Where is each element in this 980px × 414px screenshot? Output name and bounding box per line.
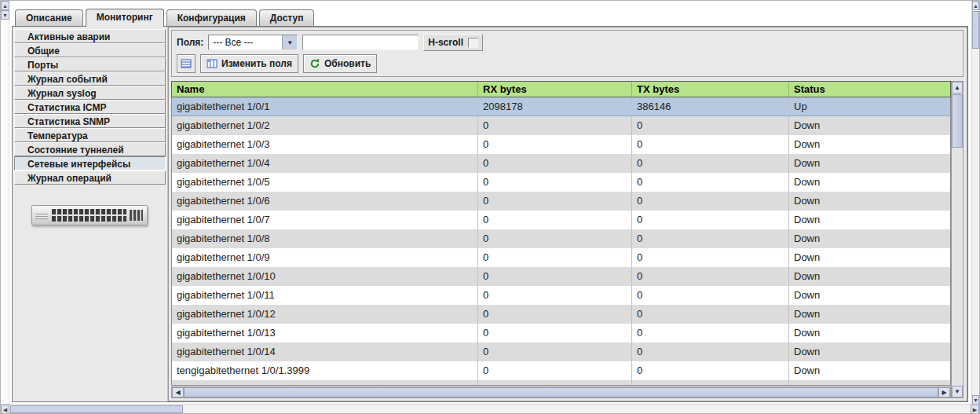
table-cell: 0 bbox=[478, 305, 632, 324]
table-row[interactable]: gigabitethernet 1/0/1500Down bbox=[172, 380, 950, 386]
scroll-up-icon[interactable]: ▲ bbox=[1, 1, 9, 10]
scroll-up-icon[interactable]: ▲ bbox=[952, 82, 963, 93]
table-row[interactable]: gigabitethernet 1/0/700Down bbox=[172, 211, 950, 229]
table-cell: 0 bbox=[632, 361, 789, 380]
toggle-view-button[interactable] bbox=[177, 54, 196, 73]
table-cell: gigabitethernet 1/0/1 bbox=[172, 97, 478, 115]
scrollbar-thumb[interactable] bbox=[952, 94, 963, 148]
scrollbar-thumb[interactable] bbox=[10, 405, 183, 413]
scroll-right-icon[interactable]: ▶ bbox=[938, 387, 950, 398]
column-header[interactable]: Name bbox=[172, 82, 478, 97]
table-row[interactable]: gigabitethernet 1/0/800Down bbox=[172, 229, 950, 248]
refresh-label: Обновить bbox=[324, 58, 371, 69]
table-row[interactable]: gigabitethernet 1/0/500Down bbox=[172, 173, 950, 192]
table-cell: gigabitethernet 1/0/15 bbox=[172, 380, 478, 386]
hscroll-option-group: H-scroll bbox=[423, 34, 483, 51]
table-cell: Down bbox=[789, 324, 950, 343]
scroll-down-icon[interactable]: ▼ bbox=[1, 10, 9, 20]
table-cell: Down bbox=[789, 173, 950, 192]
sidebar-item[interactable]: Статистика SNMP bbox=[14, 114, 166, 128]
table-cell: gigabitethernet 1/0/8 bbox=[172, 229, 478, 248]
chevron-down-icon[interactable]: ▼ bbox=[282, 35, 297, 49]
tab-Мониторинг[interactable]: Мониторинг bbox=[86, 9, 164, 27]
table-cell: 0 bbox=[632, 324, 789, 343]
switch-graphic bbox=[31, 205, 148, 225]
table-cell: gigabitethernet 1/0/5 bbox=[172, 173, 478, 192]
table-cell: Down bbox=[789, 211, 950, 229]
sidebar-item[interactable]: Активные аварии bbox=[14, 29, 166, 43]
edit-fields-button[interactable]: Изменить поля bbox=[200, 54, 298, 73]
scroll-left-icon[interactable]: ◀ bbox=[1, 405, 9, 414]
table-row[interactable]: gigabitethernet 1/0/900Down bbox=[172, 248, 950, 267]
sidebar-item[interactable]: Журнал событий bbox=[14, 71, 166, 86]
table-cell: gigabitethernet 1/0/6 bbox=[172, 192, 478, 211]
interfaces-table: NameRX bytesTX bytesStatus gigabitethern… bbox=[171, 81, 964, 398]
table-cell: 0 bbox=[478, 361, 632, 380]
table-row[interactable]: tengigabitethernet 1/0/1.399900Down bbox=[172, 361, 950, 380]
table-row[interactable]: gigabitethernet 1/0/400Down bbox=[172, 154, 950, 173]
table-cell: gigabitethernet 1/0/11 bbox=[172, 286, 478, 305]
table-row[interactable]: gigabitethernet 1/0/600Down bbox=[172, 192, 950, 211]
table-cell: gigabitethernet 1/0/10 bbox=[172, 267, 478, 286]
hscroll-label: H-scroll bbox=[428, 37, 463, 48]
fields-select-value: --- Все --- bbox=[209, 35, 282, 49]
table-row[interactable]: gigabitethernet 1/0/1100Down bbox=[172, 286, 950, 305]
scroll-up-icon[interactable]: ▲ bbox=[972, 1, 979, 10]
table-vertical-scrollbar[interactable]: ▲ ▼ bbox=[951, 81, 964, 398]
sidebar-item[interactable]: Журнал syslog bbox=[14, 86, 166, 100]
scrollbar-thumb[interactable] bbox=[972, 11, 979, 49]
table-cell: 0 bbox=[632, 229, 789, 248]
table-cell: 0 bbox=[632, 305, 789, 324]
table-row[interactable]: gigabitethernet 1/0/1400Down bbox=[172, 343, 950, 361]
tab-Доступ[interactable]: Доступ bbox=[259, 9, 315, 26]
sidebar-item[interactable]: Состояние туннелей bbox=[14, 142, 166, 156]
outer-vertical-scrollbar[interactable]: ▲ ▼ bbox=[971, 1, 979, 405]
table-cell: 0 bbox=[478, 173, 632, 192]
sidebar-item[interactable]: Статистика ICMP bbox=[14, 100, 166, 114]
table-cell: 0 bbox=[478, 154, 632, 173]
hscroll-checkbox[interactable] bbox=[468, 38, 478, 48]
table-cell: Down bbox=[789, 343, 950, 361]
filter-input[interactable] bbox=[302, 35, 419, 50]
table-row[interactable]: gigabitethernet 1/0/1200Down bbox=[172, 305, 950, 324]
sidebar-item[interactable]: Общие bbox=[14, 43, 166, 57]
table-cell: 0 bbox=[632, 116, 789, 135]
scroll-right-icon[interactable]: ▶ bbox=[971, 405, 979, 414]
table-row[interactable]: gigabitethernet 1/0/1000Down bbox=[172, 267, 950, 286]
sidebar-list: Активные аварииОбщиеПортыЖурнал событийЖ… bbox=[14, 29, 166, 185]
scrollbar-thumb[interactable] bbox=[184, 387, 938, 398]
column-header[interactable]: TX bytes bbox=[632, 82, 789, 97]
outer-horizontal-scrollbar[interactable]: ◀ ▶ bbox=[1, 404, 979, 413]
table-cell: 0 bbox=[632, 154, 789, 173]
column-header[interactable]: Status bbox=[789, 82, 950, 97]
table-cell: 0 bbox=[632, 135, 789, 154]
table-cell: 0 bbox=[632, 248, 789, 267]
scroll-left-icon[interactable]: ◀ bbox=[172, 387, 184, 398]
table-cell: gigabitethernet 1/0/9 bbox=[172, 248, 478, 267]
table-cell: 0 bbox=[478, 192, 632, 211]
sidebar-item[interactable]: Температура bbox=[14, 128, 166, 142]
table-row[interactable]: gigabitethernet 1/0/1300Down bbox=[172, 324, 950, 343]
switch-label-area bbox=[35, 212, 48, 219]
scroll-down-icon[interactable]: ▼ bbox=[952, 386, 963, 398]
table-row[interactable]: gigabitethernet 1/0/300Down bbox=[172, 135, 950, 154]
column-header[interactable]: RX bytes bbox=[478, 82, 632, 97]
table-cell: tengigabitethernet 1/0/1.3999 bbox=[172, 361, 478, 380]
sidebar-item[interactable]: Сетевые интерфейсы bbox=[14, 156, 166, 170]
table-cell: gigabitethernet 1/0/12 bbox=[172, 305, 478, 324]
table-cell: 0 bbox=[632, 343, 789, 361]
fields-select[interactable]: --- Все --- ▼ bbox=[208, 35, 298, 50]
table-row[interactable]: gigabitethernet 1/0/12098178386146Up bbox=[172, 97, 950, 116]
sidebar-item[interactable]: Журнал операций bbox=[14, 170, 166, 185]
outer-left-scrollbar[interactable]: ▲ ▼ bbox=[1, 1, 9, 413]
sidebar-item[interactable]: Порты bbox=[14, 57, 166, 71]
table-cell: Down bbox=[789, 361, 950, 380]
table-body: gigabitethernet 1/0/12098178386146Upgiga… bbox=[171, 97, 951, 386]
main-panel: Поля: --- Все --- ▼ H-scroll bbox=[168, 27, 967, 401]
tab-Конфигурация[interactable]: Конфигурация bbox=[166, 9, 257, 26]
table-cell: Down bbox=[789, 286, 950, 305]
table-row[interactable]: gigabitethernet 1/0/200Down bbox=[172, 116, 950, 135]
tab-Описание[interactable]: Описание bbox=[15, 9, 83, 26]
refresh-button[interactable]: Обновить bbox=[303, 54, 377, 73]
table-horizontal-scrollbar[interactable]: ◀ ▶ bbox=[171, 387, 951, 398]
